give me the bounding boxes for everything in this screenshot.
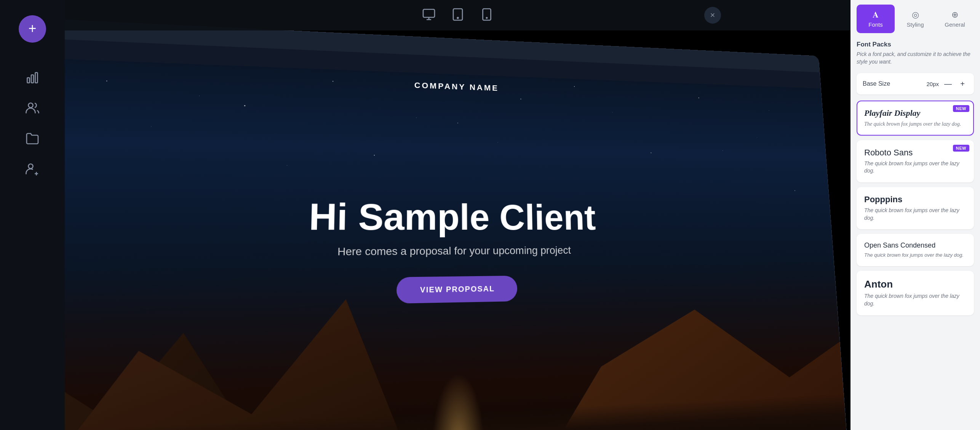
light-beam <box>432 372 484 430</box>
svg-point-9 <box>486 18 487 18</box>
font-preview-opensans: The quick brown fox jumps over the lazy … <box>864 252 966 259</box>
svg-point-3 <box>29 103 33 108</box>
hero-content: Hi Sample Client Here comes a proposal f… <box>307 196 598 305</box>
svg-rect-1 <box>31 75 34 83</box>
svg-point-4 <box>29 164 33 169</box>
font-card-roboto[interactable]: NEW Roboto Sans The quick brown fox jump… <box>857 140 974 182</box>
font-card-poppins[interactable]: Popppins The quick brown fox jumps over … <box>857 187 974 229</box>
font-packs-title: Font Packs <box>857 41 974 48</box>
panel-content: Font Packs Pick a font pack, and customi… <box>851 33 980 430</box>
add-button[interactable]: + <box>19 15 46 43</box>
mountain-center <box>65 289 416 430</box>
tablet-device-button[interactable] <box>451 8 465 23</box>
styling-tab-label: Styling <box>906 21 924 28</box>
website-preview: COMPANY NAME <box>65 37 847 430</box>
increase-size-button[interactable]: + <box>957 78 968 89</box>
font-name-roboto: Roboto Sans <box>864 148 966 158</box>
panel-tabs: 𝐀 Fonts ◎ Styling ⊕ General <box>851 0 980 33</box>
font-preview-playfair: The quick brown fox jumps over the lazy … <box>864 120 966 128</box>
fonts-tab-icon: 𝐀 <box>873 10 879 20</box>
styling-tab-icon: ◎ <box>912 10 919 20</box>
left-sidebar: + <box>0 0 65 430</box>
font-name-opensans: Open Sans Condensed <box>864 241 966 249</box>
font-card-opensans[interactable]: Open Sans Condensed The quick brown fox … <box>857 234 974 266</box>
cta-button[interactable]: VIEW PROPOSAL <box>396 275 518 303</box>
base-size-label: Base Size <box>863 80 890 87</box>
topbar-close-area: × <box>704 0 721 30</box>
general-tab-label: General <box>945 21 965 28</box>
desktop-device-button[interactable] <box>422 8 436 23</box>
font-preview-anton: The quick brown fox jumps over the lazy … <box>864 293 966 307</box>
font-preview-poppins: The quick brown fox jumps over the lazy … <box>864 207 966 222</box>
font-packs-desc: Pick a font pack, and customize it to ac… <box>857 51 974 66</box>
canvas-header <box>65 0 851 30</box>
font-preview-roboto: The quick brown fox jumps over the lazy … <box>864 160 966 175</box>
tab-fonts[interactable]: 𝐀 Fonts <box>857 5 895 33</box>
base-size-controls: 20px — + <box>926 78 968 89</box>
mobile-device-button[interactable] <box>480 8 494 23</box>
fonts-tab-label: Fonts <box>868 21 883 28</box>
general-tab-icon: ⊕ <box>951 10 958 20</box>
svg-rect-2 <box>35 73 38 83</box>
hero-title: Hi Sample Client <box>309 196 596 238</box>
device-icons <box>422 8 494 23</box>
sidebar-item-add-users[interactable] <box>24 161 41 177</box>
font-name-poppins: Popppins <box>864 195 966 205</box>
browser-frame: COMPANY NAME <box>65 17 848 430</box>
hero-subtitle: Here comes a proposal for your upcoming … <box>308 244 596 258</box>
sidebar-item-users[interactable] <box>24 100 41 117</box>
svg-rect-5 <box>423 10 435 18</box>
new-badge-playfair: NEW <box>953 105 969 112</box>
plus-icon: + <box>28 22 36 35</box>
font-card-playfair[interactable]: NEW Playfair Display The quick brown fox… <box>857 101 974 136</box>
sidebar-item-folder[interactable] <box>24 130 41 147</box>
new-badge-roboto: NEW <box>953 145 969 152</box>
decrease-size-button[interactable]: — <box>943 78 953 89</box>
hero-section: Hi Sample Client Here comes a proposal f… <box>65 57 847 430</box>
sidebar-icons <box>24 69 41 177</box>
svg-rect-0 <box>27 78 30 83</box>
tab-general[interactable]: ⊕ General <box>936 5 974 33</box>
sidebar-item-analytics[interactable] <box>24 69 41 86</box>
font-card-anton[interactable]: Anton The quick brown fox jumps over the… <box>857 271 974 315</box>
base-size-row: Base Size 20px — + <box>857 73 974 94</box>
svg-point-7 <box>457 18 458 19</box>
close-button[interactable]: × <box>704 7 721 24</box>
browser-frame-wrapper: COMPANY NAME <box>65 17 848 430</box>
tab-styling[interactable]: ◎ Styling <box>896 5 934 33</box>
right-panel: 𝐀 Fonts ◎ Styling ⊕ General Font Packs P… <box>851 0 980 430</box>
base-size-value: 20px <box>926 81 939 87</box>
main-canvas: × COMPANY NAME <box>65 0 851 430</box>
font-name-anton: Anton <box>864 278 966 290</box>
company-name: COMPANY NAME <box>414 81 499 93</box>
font-name-playfair: Playfair Display <box>864 108 966 118</box>
